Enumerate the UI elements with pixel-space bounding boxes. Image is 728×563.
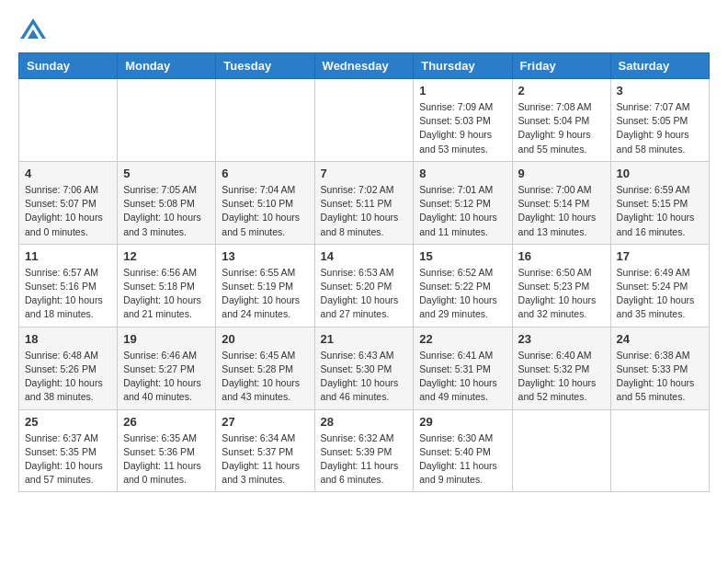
day-number: 18: [25, 332, 111, 346]
calendar-cell: [610, 409, 709, 492]
day-number: 27: [222, 415, 308, 429]
calendar-cell: 10Sunrise: 6:59 AM Sunset: 5:15 PM Dayli…: [610, 161, 709, 244]
calendar-cell: 7Sunrise: 7:02 AM Sunset: 5:11 PM Daylig…: [314, 161, 414, 244]
day-info: Sunrise: 6:43 AM Sunset: 5:30 PM Dayligh…: [321, 349, 408, 405]
day-header-saturday: Saturday: [610, 53, 709, 79]
day-info: Sunrise: 6:59 AM Sunset: 5:15 PM Dayligh…: [617, 183, 703, 239]
calendar-cell: 25Sunrise: 6:37 AM Sunset: 5:35 PM Dayli…: [19, 409, 118, 492]
day-number: 8: [419, 167, 506, 180]
calendar-cell: 26Sunrise: 6:35 AM Sunset: 5:36 PM Dayli…: [118, 409, 216, 492]
calendar-cell: [512, 409, 610, 492]
day-info: Sunrise: 7:02 AM Sunset: 5:11 PM Dayligh…: [321, 183, 408, 239]
day-number: 13: [222, 249, 308, 263]
calendar-cell: 13Sunrise: 6:55 AM Sunset: 5:19 PM Dayli…: [216, 244, 314, 327]
day-info: Sunrise: 6:37 AM Sunset: 5:35 PM Dayligh…: [25, 431, 111, 488]
day-info: Sunrise: 6:38 AM Sunset: 5:33 PM Dayligh…: [617, 349, 703, 405]
calendar-cell: 3Sunrise: 7:07 AM Sunset: 5:05 PM Daylig…: [610, 79, 709, 162]
day-number: 24: [617, 332, 703, 346]
logo-wordmark: [18, 18, 46, 43]
day-info: Sunrise: 6:48 AM Sunset: 5:26 PM Dayligh…: [25, 349, 111, 405]
day-number: 29: [419, 415, 506, 429]
day-number: 14: [321, 249, 408, 263]
calendar-cell: 18Sunrise: 6:48 AM Sunset: 5:26 PM Dayli…: [19, 327, 118, 409]
calendar-cell: 14Sunrise: 6:53 AM Sunset: 5:20 PM Dayli…: [314, 244, 414, 327]
calendar-cell: 17Sunrise: 6:49 AM Sunset: 5:24 PM Dayli…: [610, 244, 709, 327]
calendar-cell: 24Sunrise: 6:38 AM Sunset: 5:33 PM Dayli…: [610, 327, 709, 409]
day-header-monday: Monday: [118, 53, 216, 79]
calendar-cell: [216, 79, 314, 162]
day-header-tuesday: Tuesday: [216, 53, 314, 79]
day-number: 20: [222, 332, 308, 346]
day-number: 7: [321, 167, 408, 180]
day-header-thursday: Thursday: [414, 53, 512, 79]
day-number: 12: [123, 249, 210, 263]
day-info: Sunrise: 7:09 AM Sunset: 5:03 PM Dayligh…: [419, 100, 506, 156]
day-info: Sunrise: 6:49 AM Sunset: 5:24 PM Dayligh…: [617, 266, 703, 322]
day-info: Sunrise: 6:46 AM Sunset: 5:27 PM Dayligh…: [123, 349, 210, 405]
day-number: 23: [518, 332, 605, 346]
calendar-cell: 20Sunrise: 6:45 AM Sunset: 5:28 PM Dayli…: [216, 327, 314, 409]
calendar-table: SundayMondayTuesdayWednesdayThursdayFrid…: [18, 52, 710, 492]
calendar-header-row: SundayMondayTuesdayWednesdayThursdayFrid…: [19, 53, 710, 79]
day-number: 22: [419, 332, 506, 346]
calendar-cell: [19, 79, 118, 162]
day-header-sunday: Sunday: [19, 53, 118, 79]
calendar-week-row: 1Sunrise: 7:09 AM Sunset: 5:03 PM Daylig…: [19, 79, 710, 162]
day-number: 5: [123, 167, 210, 180]
calendar-cell: 5Sunrise: 7:05 AM Sunset: 5:08 PM Daylig…: [118, 161, 216, 244]
calendar-cell: 6Sunrise: 7:04 AM Sunset: 5:10 PM Daylig…: [216, 161, 314, 244]
day-number: 10: [617, 167, 703, 180]
day-number: 11: [25, 249, 111, 263]
day-number: 21: [321, 332, 408, 346]
day-info: Sunrise: 6:50 AM Sunset: 5:23 PM Dayligh…: [518, 266, 605, 322]
day-info: Sunrise: 6:30 AM Sunset: 5:40 PM Dayligh…: [419, 431, 506, 488]
calendar-cell: 12Sunrise: 6:56 AM Sunset: 5:18 PM Dayli…: [118, 244, 216, 327]
day-number: 4: [25, 167, 111, 180]
day-info: Sunrise: 7:05 AM Sunset: 5:08 PM Dayligh…: [123, 183, 210, 239]
day-info: Sunrise: 7:06 AM Sunset: 5:07 PM Dayligh…: [25, 183, 111, 239]
calendar-cell: 11Sunrise: 6:57 AM Sunset: 5:16 PM Dayli…: [19, 244, 118, 327]
calendar-cell: 9Sunrise: 7:00 AM Sunset: 5:14 PM Daylig…: [512, 161, 610, 244]
day-info: Sunrise: 6:55 AM Sunset: 5:19 PM Dayligh…: [222, 266, 308, 322]
day-number: 19: [123, 332, 210, 346]
day-number: 17: [617, 249, 703, 263]
day-header-friday: Friday: [512, 53, 610, 79]
day-number: 25: [25, 415, 111, 429]
day-info: Sunrise: 6:32 AM Sunset: 5:39 PM Dayligh…: [321, 431, 408, 488]
logo-icon: [20, 18, 46, 39]
day-number: 9: [518, 167, 605, 180]
calendar-cell: [314, 79, 414, 162]
calendar-cell: 28Sunrise: 6:32 AM Sunset: 5:39 PM Dayli…: [314, 409, 414, 492]
calendar-cell: 2Sunrise: 7:08 AM Sunset: 5:04 PM Daylig…: [512, 79, 610, 162]
calendar-cell: 27Sunrise: 6:34 AM Sunset: 5:37 PM Dayli…: [216, 409, 314, 492]
day-number: 28: [321, 415, 408, 429]
calendar-cell: 16Sunrise: 6:50 AM Sunset: 5:23 PM Dayli…: [512, 244, 610, 327]
calendar-cell: 8Sunrise: 7:01 AM Sunset: 5:12 PM Daylig…: [414, 161, 512, 244]
logo: [18, 18, 46, 43]
day-info: Sunrise: 6:41 AM Sunset: 5:31 PM Dayligh…: [419, 349, 506, 405]
day-header-wednesday: Wednesday: [314, 53, 414, 79]
calendar-cell: 22Sunrise: 6:41 AM Sunset: 5:31 PM Dayli…: [414, 327, 512, 409]
day-info: Sunrise: 7:00 AM Sunset: 5:14 PM Dayligh…: [518, 183, 605, 239]
day-number: 26: [123, 415, 210, 429]
day-number: 2: [518, 84, 605, 98]
calendar-cell: 23Sunrise: 6:40 AM Sunset: 5:32 PM Dayli…: [512, 327, 610, 409]
calendar-cell: 15Sunrise: 6:52 AM Sunset: 5:22 PM Dayli…: [414, 244, 512, 327]
day-info: Sunrise: 7:01 AM Sunset: 5:12 PM Dayligh…: [419, 183, 506, 239]
calendar-cell: 21Sunrise: 6:43 AM Sunset: 5:30 PM Dayli…: [314, 327, 414, 409]
day-info: Sunrise: 6:56 AM Sunset: 5:18 PM Dayligh…: [123, 266, 210, 322]
calendar-cell: 19Sunrise: 6:46 AM Sunset: 5:27 PM Dayli…: [118, 327, 216, 409]
calendar-cell: [118, 79, 216, 162]
day-number: 1: [419, 84, 506, 98]
calendar-week-row: 11Sunrise: 6:57 AM Sunset: 5:16 PM Dayli…: [19, 244, 710, 327]
day-info: Sunrise: 7:07 AM Sunset: 5:05 PM Dayligh…: [617, 100, 703, 156]
calendar-week-row: 25Sunrise: 6:37 AM Sunset: 5:35 PM Dayli…: [19, 409, 710, 492]
day-info: Sunrise: 6:34 AM Sunset: 5:37 PM Dayligh…: [222, 431, 308, 488]
calendar-week-row: 18Sunrise: 6:48 AM Sunset: 5:26 PM Dayli…: [19, 327, 710, 409]
calendar-cell: 1Sunrise: 7:09 AM Sunset: 5:03 PM Daylig…: [414, 79, 512, 162]
day-info: Sunrise: 6:57 AM Sunset: 5:16 PM Dayligh…: [25, 266, 111, 322]
calendar-cell: 4Sunrise: 7:06 AM Sunset: 5:07 PM Daylig…: [19, 161, 118, 244]
day-info: Sunrise: 7:04 AM Sunset: 5:10 PM Dayligh…: [222, 183, 308, 239]
day-number: 3: [617, 84, 703, 98]
day-number: 16: [518, 249, 605, 263]
